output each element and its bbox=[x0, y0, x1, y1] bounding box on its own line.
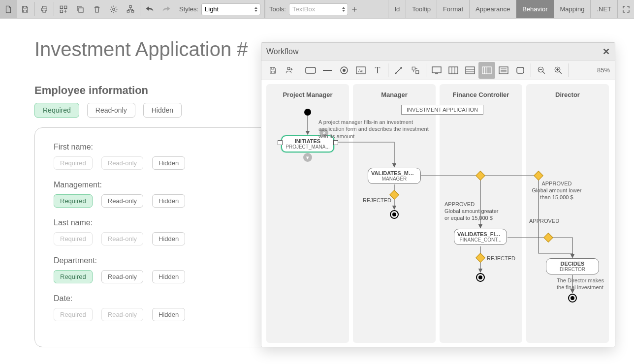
end-node[interactable] bbox=[568, 294, 577, 303]
close-icon[interactable]: ✕ bbox=[602, 46, 610, 57]
svg-line-37 bbox=[542, 71, 545, 74]
tab-format[interactable]: Format bbox=[437, 0, 469, 18]
tab-tooltip[interactable]: Tooltip bbox=[406, 0, 437, 18]
wf-align-icon[interactable] bbox=[407, 62, 424, 79]
zoom-in-icon[interactable] bbox=[550, 62, 567, 79]
svg-rect-24 bbox=[466, 67, 475, 74]
zoom-value: 85% bbox=[597, 66, 612, 74]
undo-icon[interactable] bbox=[141, 0, 158, 18]
pill-hidden[interactable]: Hidden bbox=[152, 156, 185, 170]
tools-group: Tools: TextBox bbox=[265, 0, 365, 18]
svg-rect-21 bbox=[449, 67, 458, 74]
pill-required[interactable]: Required bbox=[54, 232, 93, 245]
pill-readonly[interactable]: Read-only bbox=[101, 308, 143, 321]
fullscreen-icon[interactable] bbox=[617, 0, 634, 18]
copy-icon[interactable] bbox=[72, 0, 89, 18]
svg-rect-7 bbox=[131, 10, 134, 12]
pill-hidden[interactable]: Hidden bbox=[152, 232, 185, 245]
node-decides[interactable]: DECIDES DIRECTOR bbox=[546, 258, 599, 274]
svg-rect-18 bbox=[416, 70, 419, 73]
pill-hidden[interactable]: Hidden bbox=[152, 194, 185, 208]
note-director: The Director makes the final investment bbox=[557, 277, 611, 291]
svg-line-40 bbox=[559, 71, 562, 74]
node-validates-finance[interactable]: VALIDATES_FINA... FINANCE_CONT... bbox=[454, 229, 507, 245]
pill-required[interactable]: Required bbox=[54, 194, 93, 208]
settings-icon[interactable] bbox=[105, 0, 122, 18]
wf-save-icon[interactable] bbox=[264, 62, 281, 79]
styles-select[interactable]: Light bbox=[201, 3, 260, 15]
wf-list-icon[interactable] bbox=[495, 62, 512, 79]
wf-line-icon[interactable] bbox=[319, 62, 336, 79]
tree-icon[interactable] bbox=[122, 0, 139, 18]
pill-readonly[interactable]: Read-only bbox=[101, 156, 143, 170]
svg-rect-5 bbox=[129, 5, 132, 7]
wf-rect-icon[interactable] bbox=[302, 62, 319, 79]
property-tabs: Id Tooltip Format Appearance Behavior Ma… bbox=[388, 0, 634, 18]
pill-hidden[interactable]: Hidden bbox=[152, 308, 185, 321]
label-approved3: APPROVED bbox=[529, 218, 559, 225]
end-node[interactable] bbox=[390, 210, 399, 219]
add-widget-icon[interactable] bbox=[55, 0, 72, 18]
pill-readonly[interactable]: Read-only bbox=[101, 232, 143, 245]
node-validates-manager[interactable]: VALIDATES_MAN... MANAGER bbox=[368, 168, 421, 184]
tab-dotnet[interactable]: .NET bbox=[590, 0, 617, 18]
svg-rect-17 bbox=[412, 67, 415, 70]
pill-readonly[interactable]: Read-only bbox=[101, 270, 143, 283]
svg-text:T: T bbox=[375, 66, 380, 75]
section-pill-readonly[interactable]: Read-only bbox=[87, 103, 135, 118]
wf-target-icon[interactable] bbox=[336, 62, 352, 79]
resize-handle-icon[interactable] bbox=[333, 140, 338, 145]
svg-rect-1 bbox=[64, 6, 67, 8]
pill-hidden[interactable]: Hidden bbox=[152, 270, 185, 283]
svg-rect-6 bbox=[127, 10, 129, 12]
pill-readonly[interactable]: Read-only bbox=[101, 194, 143, 208]
wf-cols3-icon[interactable] bbox=[445, 62, 462, 79]
section-pill-hidden[interactable]: Hidden bbox=[143, 103, 182, 118]
wf-text-icon[interactable]: T bbox=[369, 62, 386, 79]
tools-select[interactable]: TextBox bbox=[289, 3, 348, 15]
wf-cols4-icon[interactable] bbox=[478, 62, 495, 79]
tab-mapping[interactable]: Mapping bbox=[554, 0, 591, 18]
lane-director[interactable]: Director bbox=[526, 84, 609, 343]
note-initiates: A project manager fills-in an investment… bbox=[318, 119, 437, 140]
pill-required[interactable]: Required bbox=[54, 308, 93, 321]
tab-id[interactable]: Id bbox=[388, 0, 406, 18]
workflow-header-box[interactable]: INVESTMENT APPLICATION bbox=[401, 105, 483, 115]
main-toolbar: Styles: Light Tools: TextBox Id Tooltip … bbox=[0, 0, 634, 19]
resize-handle-icon[interactable] bbox=[278, 140, 283, 145]
workflow-panel[interactable]: Workflow ✕ Aa T 85% Project Manager Mana… bbox=[261, 42, 615, 347]
svg-rect-9 bbox=[306, 67, 316, 73]
wf-label-icon[interactable]: Aa bbox=[352, 62, 369, 79]
wf-screen-icon[interactable] bbox=[428, 62, 445, 79]
wf-actor-icon[interactable] bbox=[281, 62, 298, 79]
pill-required[interactable]: Required bbox=[54, 156, 93, 170]
add-tool-icon[interactable] bbox=[348, 6, 361, 13]
svg-rect-19 bbox=[432, 67, 441, 73]
node-add-icon[interactable]: ▾ bbox=[303, 153, 312, 162]
print-icon[interactable] bbox=[36, 0, 53, 18]
section-pill-required[interactable]: Required bbox=[34, 103, 79, 118]
workflow-canvas[interactable]: Project Manager Manager Finance Controll… bbox=[261, 80, 615, 347]
tab-behavior[interactable]: Behavior bbox=[516, 0, 553, 18]
workflow-header[interactable]: Workflow ✕ bbox=[261, 43, 615, 61]
svg-rect-0 bbox=[60, 6, 63, 8]
zoom-out-icon[interactable] bbox=[533, 62, 550, 79]
new-file-icon[interactable] bbox=[0, 0, 17, 18]
tab-appearance[interactable]: Appearance bbox=[469, 0, 516, 18]
pill-required[interactable]: Required bbox=[54, 270, 93, 283]
svg-point-12 bbox=[343, 69, 346, 72]
save-icon[interactable] bbox=[17, 0, 33, 18]
label-approved-high: APPROVED Global amount greater or equal … bbox=[444, 201, 504, 221]
svg-rect-35 bbox=[517, 67, 524, 73]
end-node[interactable] bbox=[476, 273, 485, 282]
tools-label: Tools: bbox=[269, 5, 286, 13]
delete-icon[interactable] bbox=[89, 0, 105, 18]
wf-rows-icon[interactable] bbox=[462, 62, 478, 79]
redo-icon[interactable] bbox=[158, 0, 175, 18]
label-rejected: REJECTED bbox=[363, 197, 391, 204]
start-node[interactable] bbox=[304, 109, 311, 116]
wf-square-icon[interactable] bbox=[512, 62, 529, 79]
label-rejected2: REJECTED bbox=[487, 255, 515, 262]
svg-point-16 bbox=[395, 72, 397, 74]
wf-connector-icon[interactable] bbox=[390, 62, 407, 79]
